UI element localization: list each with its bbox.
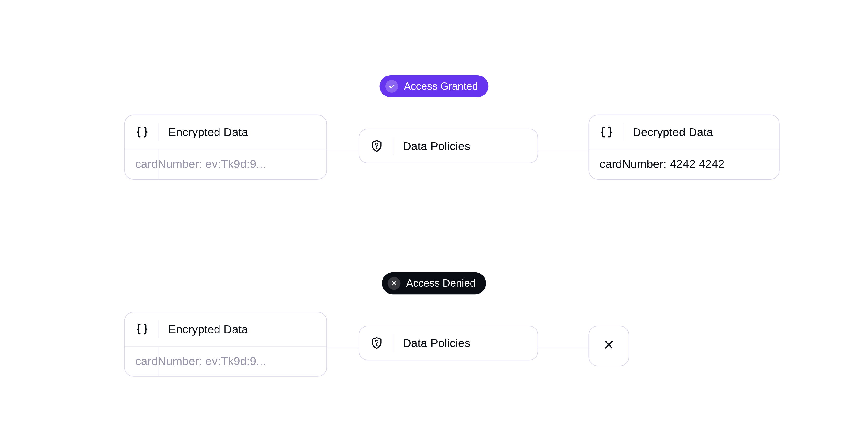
encrypted-data-card: Encrypted Data cardNumber: ev:Tk9d:9... <box>124 115 327 180</box>
connector-line <box>327 151 359 151</box>
encrypted-data-card: Encrypted Data cardNumber: ev:Tk9d:9... <box>124 312 327 377</box>
card-content: cardNumber: ev:Tk9d:9... <box>135 355 266 368</box>
braces-icon <box>134 323 150 335</box>
svg-point-3 <box>376 345 377 345</box>
access-denied-badge: Access Denied <box>382 272 486 294</box>
blocked-card <box>588 326 629 366</box>
card-title: Encrypted Data <box>168 323 248 336</box>
badge-label: Access Granted <box>404 80 478 92</box>
connector-line <box>327 348 359 348</box>
diagram-container: Access Granted Access Denied Enc <box>0 0 868 438</box>
card-header: Data Policies <box>359 129 538 163</box>
x-icon <box>388 277 401 290</box>
braces-icon <box>134 126 150 139</box>
connector-line <box>538 348 588 348</box>
card-body: cardNumber: ev:Tk9d:9... <box>125 346 326 376</box>
access-granted-badge: Access Granted <box>380 75 489 97</box>
decrypted-data-card: Decrypted Data cardNumber: 4242 4242 <box>588 115 779 180</box>
x-icon <box>602 339 615 353</box>
divider <box>393 334 394 352</box>
divider <box>623 123 623 141</box>
card-header: Encrypted Data <box>125 312 326 346</box>
shield-question-icon <box>369 139 385 153</box>
card-header: Decrypted Data <box>589 115 779 149</box>
card-title: Encrypted Data <box>168 125 248 139</box>
data-policies-card: Data Policies <box>359 128 538 163</box>
divider <box>158 123 159 141</box>
shield-question-icon <box>369 336 385 350</box>
card-content: cardNumber: 4242 4242 <box>600 157 724 170</box>
card-content: cardNumber: ev:Tk9d:9... <box>135 157 266 170</box>
divider <box>158 320 159 338</box>
card-body: cardNumber: 4242 4242 <box>589 149 779 179</box>
braces-icon <box>598 126 615 139</box>
card-title: Data Policies <box>403 140 470 153</box>
card-title: Data Policies <box>403 336 470 350</box>
card-header: Data Policies <box>359 326 538 360</box>
divider <box>158 347 159 376</box>
check-icon <box>385 80 398 93</box>
data-policies-card: Data Policies <box>359 326 538 360</box>
connector-line <box>538 151 588 151</box>
card-body: cardNumber: ev:Tk9d:9... <box>125 149 326 179</box>
card-header: Encrypted Data <box>125 115 326 149</box>
divider <box>393 137 394 155</box>
svg-point-2 <box>376 148 377 148</box>
badge-label: Access Denied <box>406 277 476 289</box>
card-title: Decrypted Data <box>632 125 713 139</box>
divider <box>158 149 159 179</box>
